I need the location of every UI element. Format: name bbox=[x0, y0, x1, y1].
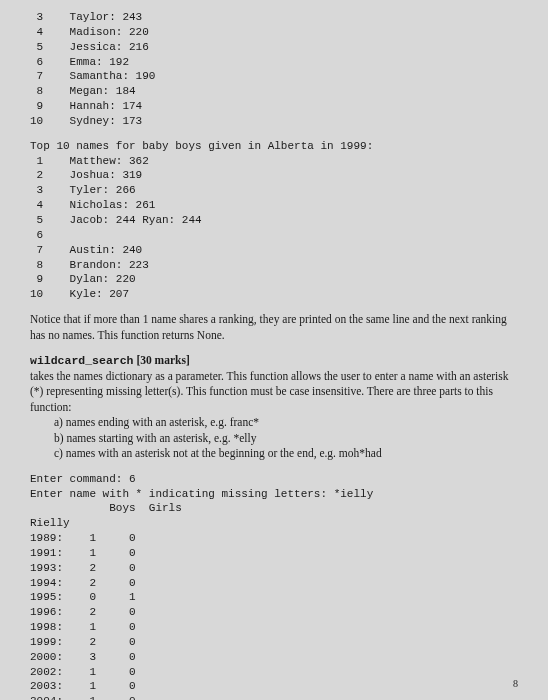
table-row: 2003: 1 0 bbox=[30, 679, 518, 694]
result-name-1: Rielly bbox=[30, 516, 518, 531]
table-row: 2004: 1 0 bbox=[30, 694, 518, 700]
wildcard-section: wildcard_search [30 marks] takes the nam… bbox=[30, 353, 518, 462]
list-item: 9 Dylan: 220 bbox=[30, 272, 518, 287]
list-item: 8 Megan: 184 bbox=[30, 84, 518, 99]
list-item: 10 Kyle: 207 bbox=[30, 287, 518, 302]
function-name: wildcard_search bbox=[30, 354, 134, 367]
list-item: 7 Austin: 240 bbox=[30, 243, 518, 258]
list-item: 8 Brandon: 223 bbox=[30, 258, 518, 273]
list-item: 7 Samantha: 190 bbox=[30, 69, 518, 84]
list-item: b) names starting with an asterisk, e.g.… bbox=[54, 431, 518, 447]
input-line: Enter name with * indicating missing let… bbox=[30, 487, 518, 502]
list-item: 6 bbox=[30, 228, 518, 243]
table-row: 1991: 1 0 bbox=[30, 546, 518, 561]
list-item: 2 Joshua: 319 bbox=[30, 168, 518, 183]
boys-header: Top 10 names for baby boys given in Albe… bbox=[30, 139, 518, 154]
table-row: 1993: 2 0 bbox=[30, 561, 518, 576]
table-row: 1989: 1 0 bbox=[30, 531, 518, 546]
list-item: 4 Madison: 220 bbox=[30, 25, 518, 40]
list-item: 10 Sydney: 173 bbox=[30, 114, 518, 129]
list-item: 9 Hannah: 174 bbox=[30, 99, 518, 114]
table-row: 1994: 2 0 bbox=[30, 576, 518, 591]
boy-names-section: Top 10 names for baby boys given in Albe… bbox=[30, 139, 518, 302]
list-item: a) names ending with an asterisk, e.g. f… bbox=[54, 415, 518, 431]
page-number: 8 bbox=[513, 677, 518, 691]
command-line: Enter command: 6 bbox=[30, 472, 518, 487]
list-item: 1 Matthew: 362 bbox=[30, 154, 518, 169]
girl-names-list: 3 Taylor: 243 4 Madison: 220 5 Jessica: … bbox=[30, 10, 518, 129]
wildcard-description: takes the names dictionary as a paramete… bbox=[30, 369, 518, 416]
list-item: 5 Jessica: 216 bbox=[30, 40, 518, 55]
table-row: 1995: 0 1 bbox=[30, 590, 518, 605]
table-row: 1998: 1 0 bbox=[30, 620, 518, 635]
list-item: c) names with an asterisk not at the beg… bbox=[54, 446, 518, 462]
list-item: 3 Taylor: 243 bbox=[30, 10, 518, 25]
table-row: 1999: 2 0 bbox=[30, 635, 518, 650]
table-row: 1996: 2 0 bbox=[30, 605, 518, 620]
list-item: 6 Emma: 192 bbox=[30, 55, 518, 70]
list-item: 5 Jacob: 244 Ryan: 244 bbox=[30, 213, 518, 228]
list-item: 4 Nicholas: 261 bbox=[30, 198, 518, 213]
example-session: Enter command: 6 Enter name with * indic… bbox=[30, 472, 518, 700]
notice-paragraph: Notice that if more than 1 name shares a… bbox=[30, 312, 518, 343]
table-row: 2000: 3 0 bbox=[30, 650, 518, 665]
marks-label: [30 marks] bbox=[134, 354, 190, 366]
list-item: 3 Tyler: 266 bbox=[30, 183, 518, 198]
table-row: 2002: 1 0 bbox=[30, 665, 518, 680]
table-header: Boys Girls bbox=[30, 501, 518, 516]
